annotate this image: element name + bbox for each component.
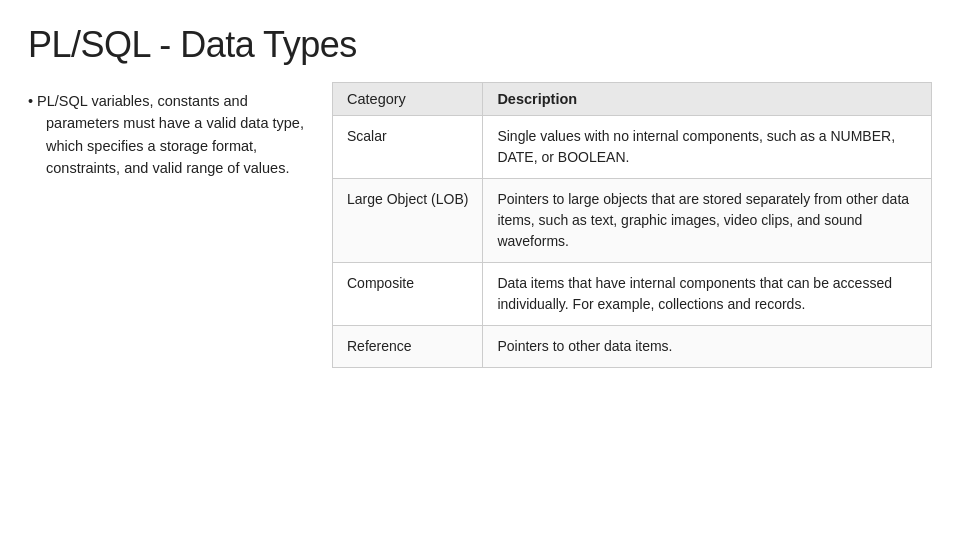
table-cell-category: Composite — [333, 263, 483, 326]
table-cell-description: Data items that have internal components… — [483, 263, 932, 326]
column-header-category: Category — [333, 83, 483, 116]
table-cell-category: Scalar — [333, 116, 483, 179]
page-title: PL/SQL - Data Types — [28, 24, 932, 66]
table-cell-description: Pointers to other data items. — [483, 326, 932, 368]
bullet-text: PL/SQL variables, constants and paramete… — [28, 90, 308, 180]
table-row: ReferencePointers to other data items. — [333, 326, 932, 368]
table-row: Large Object (LOB)Pointers to large obje… — [333, 179, 932, 263]
table-cell-category: Large Object (LOB) — [333, 179, 483, 263]
content-area: PL/SQL variables, constants and paramete… — [28, 82, 932, 520]
table-header-row: Category Description — [333, 83, 932, 116]
page: PL/SQL - Data Types PL/SQL variables, co… — [0, 0, 960, 540]
data-types-table: Category Description ScalarSingle values… — [332, 82, 932, 368]
table-row: ScalarSingle values with no internal com… — [333, 116, 932, 179]
table-cell-description: Pointers to large objects that are store… — [483, 179, 932, 263]
column-header-description: Description — [483, 83, 932, 116]
left-panel: PL/SQL variables, constants and paramete… — [28, 82, 308, 520]
table-cell-category: Reference — [333, 326, 483, 368]
table-cell-description: Single values with no internal component… — [483, 116, 932, 179]
right-panel: Category Description ScalarSingle values… — [332, 82, 932, 520]
table-row: CompositeData items that have internal c… — [333, 263, 932, 326]
